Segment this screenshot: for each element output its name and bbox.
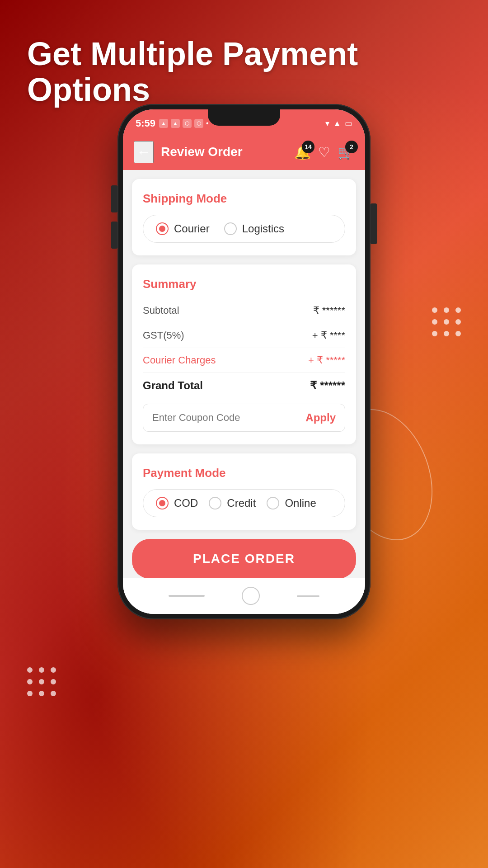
courier-charges-value: + ₹ ***** xyxy=(308,354,345,366)
logistics-option[interactable]: Logistics xyxy=(224,222,284,235)
courier-charges-row: Courier Charges + ₹ ***** xyxy=(143,350,345,371)
power-button xyxy=(371,203,377,244)
summary-card: Summary Subtotal ₹ ****** GST(5%) + ₹ **… xyxy=(132,264,356,444)
logistics-radio-outer[interactable] xyxy=(224,222,237,235)
status-time: 5:59 xyxy=(136,118,155,129)
wishlist-wrapper[interactable]: ♡ xyxy=(318,144,330,160)
cod-option[interactable]: COD xyxy=(156,497,198,509)
app-header: ← Review Order 🔔 14 ♡ 🛒 2 xyxy=(123,134,365,170)
grand-total-label: Grand Total xyxy=(143,379,203,392)
app-icon-4: ⬡ xyxy=(194,119,203,128)
nav-home-indicator xyxy=(242,587,260,605)
subtotal-value: ₹ ****** xyxy=(313,305,345,316)
dot xyxy=(444,319,449,325)
gst-row: GST(5%) + ₹ **** xyxy=(143,325,345,346)
place-order-button[interactable]: PLACE ORDER xyxy=(132,539,356,578)
dot xyxy=(39,691,44,696)
gst-label: GST(5%) xyxy=(143,330,184,341)
shipping-mode-card: Shipping Mode Courier Logistics xyxy=(132,179,356,255)
grand-total-value: ₹ ****** xyxy=(310,379,345,392)
dots-decoration-right xyxy=(432,307,461,336)
scroll-content[interactable]: Shipping Mode Courier Logistics xyxy=(123,170,365,578)
phone-screen: 5:59 ▲ ▲ ⬡ ⬡ • ▾ ▲ ▭ ← xyxy=(123,109,365,614)
dot xyxy=(432,319,437,325)
dot xyxy=(432,307,437,313)
apply-coupon-button[interactable]: Apply xyxy=(305,411,336,424)
back-button[interactable]: ← xyxy=(134,141,154,163)
page-title: Get Multiple Payment Options xyxy=(27,36,461,108)
dot xyxy=(444,307,449,313)
courier-radio-label: Courier xyxy=(174,222,210,235)
dot xyxy=(27,667,33,673)
phone-frame: 5:59 ▲ ▲ ⬡ ⬡ • ▾ ▲ ▭ ← xyxy=(117,104,371,619)
wifi-icon: ▾ xyxy=(325,118,329,128)
subtotal-label: Subtotal xyxy=(143,305,179,316)
dot xyxy=(444,331,449,336)
app-icon-1: ▲ xyxy=(159,119,168,128)
dot xyxy=(51,691,56,696)
courier-option[interactable]: Courier xyxy=(156,222,210,235)
payment-mode-card: Payment Mode COD Credit xyxy=(132,453,356,530)
status-icons-right: ▾ ▲ ▭ xyxy=(325,118,352,128)
battery-icon: ▭ xyxy=(345,118,352,128)
volume-down-button xyxy=(111,222,117,249)
grand-total-row: Grand Total ₹ ****** xyxy=(143,375,345,396)
divider-3 xyxy=(143,373,345,373)
credit-radio-outer[interactable] xyxy=(209,497,221,509)
dot xyxy=(27,679,33,684)
divider-1 xyxy=(143,323,345,323)
status-bar-left: 5:59 ▲ ▲ ⬡ ⬡ • xyxy=(136,118,209,129)
signal-icon: ▲ xyxy=(333,119,341,128)
cod-radio-label: COD xyxy=(174,497,198,509)
cart-wrapper[interactable]: 🛒 2 xyxy=(338,144,354,160)
status-dot: • xyxy=(206,119,209,127)
dot xyxy=(455,307,461,313)
app-icon-3: ⬡ xyxy=(183,119,192,128)
subtotal-row: Subtotal ₹ ****** xyxy=(143,300,345,321)
bottom-nav-bar xyxy=(123,578,365,614)
shipping-radio-group: Courier Logistics xyxy=(143,215,345,243)
courier-radio-inner xyxy=(159,226,165,232)
nav-back-indicator xyxy=(169,595,205,597)
online-radio-outer[interactable] xyxy=(267,497,279,509)
cod-radio-outer[interactable] xyxy=(156,497,169,509)
dots-decoration-left xyxy=(27,667,56,696)
volume-up-button xyxy=(111,185,117,212)
credit-radio-label: Credit xyxy=(227,497,256,509)
dot xyxy=(51,679,56,684)
nav-recent-indicator xyxy=(297,595,319,597)
dot xyxy=(51,667,56,673)
payment-section-title: Payment Mode xyxy=(143,466,345,480)
coupon-box: Apply xyxy=(143,404,345,432)
payment-radio-group: COD Credit Online xyxy=(143,489,345,517)
shipping-section-title: Shipping Mode xyxy=(143,192,345,206)
dot xyxy=(39,679,44,684)
cart-badge: 2 xyxy=(345,141,358,153)
app-icon-2: ▲ xyxy=(171,119,180,128)
notification-wrapper[interactable]: 🔔 14 xyxy=(294,144,311,160)
online-option[interactable]: Online xyxy=(267,497,316,509)
notification-badge: 14 xyxy=(302,141,314,153)
heart-icon[interactable]: ♡ xyxy=(318,145,330,160)
dot xyxy=(27,691,33,696)
dot xyxy=(455,331,461,336)
coupon-input[interactable] xyxy=(152,412,305,424)
dot xyxy=(455,319,461,325)
status-app-icons: ▲ ▲ ⬡ ⬡ • xyxy=(159,119,209,128)
summary-section-title: Summary xyxy=(143,277,345,291)
dot xyxy=(432,331,437,336)
dot xyxy=(39,667,44,673)
courier-charges-label: Courier Charges xyxy=(143,354,216,366)
credit-option[interactable]: Credit xyxy=(209,497,256,509)
online-radio-label: Online xyxy=(285,497,316,509)
phone-notch xyxy=(208,109,280,126)
divider-2 xyxy=(143,348,345,348)
logistics-radio-label: Logistics xyxy=(242,222,284,235)
courier-radio-outer[interactable] xyxy=(156,222,169,235)
header-actions: 🔔 14 ♡ 🛒 2 xyxy=(294,144,354,160)
header-title: Review Order xyxy=(161,145,287,159)
gst-value: + ₹ **** xyxy=(312,330,345,341)
phone-mockup: 5:59 ▲ ▲ ⬡ ⬡ • ▾ ▲ ▭ ← xyxy=(117,104,371,619)
cod-radio-inner xyxy=(159,500,165,506)
